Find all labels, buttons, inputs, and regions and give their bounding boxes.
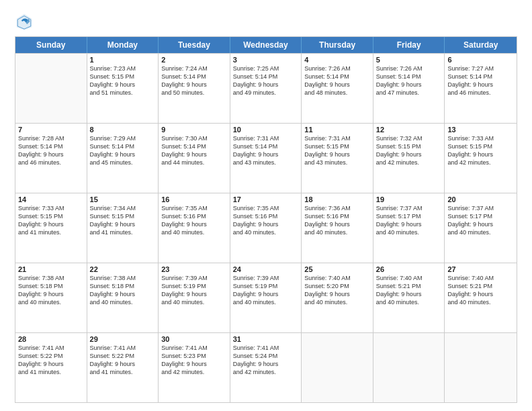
calendar-cell-29: 29Sunrise: 7:41 AM Sunset: 5:22 PM Dayli… [87,333,159,402]
weekday-header-thursday: Thursday [302,37,373,53]
calendar-cell-8: 8Sunrise: 7:29 AM Sunset: 5:14 PM Daylig… [87,124,159,193]
calendar-cell-empty-4-5 [373,333,445,402]
day-number: 25 [304,265,370,273]
day-number: 2 [161,56,227,64]
day-info: Sunrise: 7:39 AM Sunset: 5:19 PM Dayligh… [233,274,299,307]
day-number: 28 [18,335,84,343]
calendar-cell-7: 7Sunrise: 7:28 AM Sunset: 5:14 PM Daylig… [15,124,87,193]
day-number: 24 [233,265,299,273]
day-number: 14 [18,195,84,203]
day-number: 12 [376,126,442,134]
day-number: 1 [90,56,156,64]
calendar-cell-20: 20Sunrise: 7:37 AM Sunset: 5:17 PM Dayli… [445,193,517,263]
day-info: Sunrise: 7:35 AM Sunset: 5:16 PM Dayligh… [161,204,227,237]
weekday-header-wednesday: Wednesday [230,37,302,53]
day-number: 20 [447,195,514,203]
calendar-cell-12: 12Sunrise: 7:32 AM Sunset: 5:15 PM Dayli… [373,124,445,193]
day-number: 16 [161,195,227,203]
calendar-cell-21: 21Sunrise: 7:38 AM Sunset: 5:18 PM Dayli… [15,263,87,332]
day-number: 3 [233,56,299,64]
weekday-header-friday: Friday [373,37,445,53]
day-number: 26 [376,265,442,273]
day-info: Sunrise: 7:41 AM Sunset: 5:22 PM Dayligh… [18,344,84,377]
calendar-cell-25: 25Sunrise: 7:40 AM Sunset: 5:20 PM Dayli… [302,263,373,332]
calendar-cell-27: 27Sunrise: 7:40 AM Sunset: 5:21 PM Dayli… [445,263,517,332]
day-info: Sunrise: 7:38 AM Sunset: 5:18 PM Dayligh… [90,274,156,307]
day-info: Sunrise: 7:26 AM Sunset: 5:14 PM Dayligh… [376,64,442,97]
calendar-cell-19: 19Sunrise: 7:37 AM Sunset: 5:17 PM Dayli… [373,193,445,263]
logo [15,12,36,31]
day-info: Sunrise: 7:27 AM Sunset: 5:14 PM Dayligh… [447,64,514,97]
day-number: 17 [233,195,299,203]
calendar-cell-22: 22Sunrise: 7:38 AM Sunset: 5:18 PM Dayli… [87,263,159,332]
day-info: Sunrise: 7:36 AM Sunset: 5:16 PM Dayligh… [304,204,370,237]
weekday-header-sunday: Sunday [15,37,87,53]
day-number: 27 [447,265,514,273]
calendar-cell-28: 28Sunrise: 7:41 AM Sunset: 5:22 PM Dayli… [15,333,87,402]
weekday-header-tuesday: Tuesday [159,37,230,53]
day-number: 13 [447,126,514,134]
calendar-cell-14: 14Sunrise: 7:33 AM Sunset: 5:15 PM Dayli… [15,193,87,263]
day-info: Sunrise: 7:41 AM Sunset: 5:22 PM Dayligh… [90,344,156,377]
day-info: Sunrise: 7:30 AM Sunset: 5:14 PM Dayligh… [161,134,227,167]
day-info: Sunrise: 7:33 AM Sunset: 5:15 PM Dayligh… [447,134,514,167]
calendar-cell-24: 24Sunrise: 7:39 AM Sunset: 5:19 PM Dayli… [230,263,302,332]
calendar-cell-3: 3Sunrise: 7:25 AM Sunset: 5:14 PM Daylig… [230,54,302,123]
calendar-cell-5: 5Sunrise: 7:26 AM Sunset: 5:14 PM Daylig… [373,54,445,123]
day-number: 19 [376,195,442,203]
calendar-header: SundayMondayTuesdayWednesdayThursdayFrid… [15,37,517,53]
day-info: Sunrise: 7:37 AM Sunset: 5:17 PM Dayligh… [447,204,514,237]
header [15,12,517,31]
day-number: 18 [304,195,370,203]
day-info: Sunrise: 7:40 AM Sunset: 5:20 PM Dayligh… [304,274,370,307]
calendar-cell-empty-4-4 [302,333,373,402]
day-info: Sunrise: 7:24 AM Sunset: 5:14 PM Dayligh… [161,64,227,97]
calendar-cell-2: 2Sunrise: 7:24 AM Sunset: 5:14 PM Daylig… [159,54,230,123]
day-info: Sunrise: 7:34 AM Sunset: 5:15 PM Dayligh… [90,204,156,237]
day-number: 22 [90,265,156,273]
day-info: Sunrise: 7:41 AM Sunset: 5:23 PM Dayligh… [161,344,227,377]
day-number: 23 [161,265,227,273]
day-number: 4 [304,56,370,64]
calendar-cell-18: 18Sunrise: 7:36 AM Sunset: 5:16 PM Dayli… [302,193,373,263]
calendar-cell-23: 23Sunrise: 7:39 AM Sunset: 5:19 PM Dayli… [159,263,230,332]
logo-icon [15,12,34,31]
calendar-cell-empty-0-0 [15,54,87,123]
calendar-row-1: 7Sunrise: 7:28 AM Sunset: 5:14 PM Daylig… [15,123,517,193]
calendar-cell-31: 31Sunrise: 7:41 AM Sunset: 5:24 PM Dayli… [230,333,302,402]
day-info: Sunrise: 7:40 AM Sunset: 5:21 PM Dayligh… [376,274,442,307]
day-number: 11 [304,126,370,134]
calendar-cell-13: 13Sunrise: 7:33 AM Sunset: 5:15 PM Dayli… [445,124,517,193]
day-info: Sunrise: 7:29 AM Sunset: 5:14 PM Dayligh… [90,134,156,167]
calendar-cell-11: 11Sunrise: 7:31 AM Sunset: 5:15 PM Dayli… [302,124,373,193]
day-number: 7 [18,126,84,134]
day-info: Sunrise: 7:35 AM Sunset: 5:16 PM Dayligh… [233,204,299,237]
calendar-cell-15: 15Sunrise: 7:34 AM Sunset: 5:15 PM Dayli… [87,193,159,263]
calendar-cell-30: 30Sunrise: 7:41 AM Sunset: 5:23 PM Dayli… [159,333,230,402]
day-info: Sunrise: 7:26 AM Sunset: 5:14 PM Dayligh… [304,64,370,97]
day-info: Sunrise: 7:28 AM Sunset: 5:14 PM Dayligh… [18,134,84,167]
day-number: 15 [90,195,156,203]
calendar-cell-9: 9Sunrise: 7:30 AM Sunset: 5:14 PM Daylig… [159,124,230,193]
day-info: Sunrise: 7:38 AM Sunset: 5:18 PM Dayligh… [18,274,84,307]
calendar-cell-4: 4Sunrise: 7:26 AM Sunset: 5:14 PM Daylig… [302,54,373,123]
calendar-row-2: 14Sunrise: 7:33 AM Sunset: 5:15 PM Dayli… [15,193,517,263]
day-number: 29 [90,335,156,343]
day-info: Sunrise: 7:25 AM Sunset: 5:14 PM Dayligh… [233,64,299,97]
weekday-header-monday: Monday [87,37,159,53]
day-number: 30 [161,335,227,343]
calendar-cell-1: 1Sunrise: 7:23 AM Sunset: 5:15 PM Daylig… [87,54,159,123]
day-info: Sunrise: 7:40 AM Sunset: 5:21 PM Dayligh… [447,274,514,307]
day-info: Sunrise: 7:31 AM Sunset: 5:14 PM Dayligh… [233,134,299,167]
day-number: 6 [447,56,514,64]
day-info: Sunrise: 7:23 AM Sunset: 5:15 PM Dayligh… [90,64,156,97]
calendar: SundayMondayTuesdayWednesdayThursdayFrid… [15,36,517,403]
calendar-cell-16: 16Sunrise: 7:35 AM Sunset: 5:16 PM Dayli… [159,193,230,263]
day-number: 8 [90,126,156,134]
calendar-row-4: 28Sunrise: 7:41 AM Sunset: 5:22 PM Dayli… [15,332,517,402]
day-number: 5 [376,56,442,64]
day-info: Sunrise: 7:37 AM Sunset: 5:17 PM Dayligh… [376,204,442,237]
day-info: Sunrise: 7:39 AM Sunset: 5:19 PM Dayligh… [161,274,227,307]
calendar-row-0: 1Sunrise: 7:23 AM Sunset: 5:15 PM Daylig… [15,53,517,123]
day-number: 9 [161,126,227,134]
